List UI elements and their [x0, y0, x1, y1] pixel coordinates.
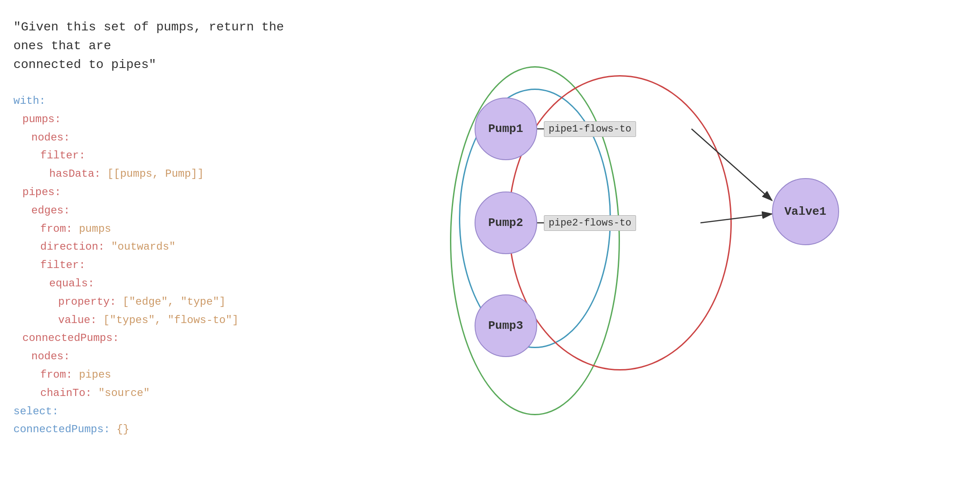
code-block: with: pumps: nodes: filter: hasData: [[p…	[13, 92, 309, 439]
code-line-hasdata: hasData: [[pumps, Pump]]	[49, 165, 309, 183]
key-pumps: pumps:	[22, 113, 61, 125]
key-equals: equals:	[49, 277, 94, 289]
pipe1-edge-label: pipe1-flows-to	[544, 121, 636, 137]
val-value: ["types", "flows-to"]	[103, 314, 238, 326]
key-edges: edges:	[31, 204, 70, 217]
key-direction: direction:	[40, 241, 111, 253]
key-filter2: filter:	[40, 259, 85, 271]
key-connectedpumps: connectedPumps:	[22, 332, 119, 344]
key-filter1: filter:	[40, 149, 85, 162]
val-property: ["edge", "type"]	[123, 296, 225, 308]
code-line-value: value: ["types", "flows-to"]	[58, 311, 309, 330]
val-direction: "outwards"	[111, 241, 175, 253]
val-result: {}	[116, 423, 129, 435]
code-line-property: property: ["edge", "type"]	[58, 293, 309, 311]
code-line-edges: edges:	[31, 202, 309, 220]
pump1-label: Pump1	[488, 122, 523, 136]
code-line-from2: from: pipes	[40, 366, 309, 384]
keyword-result: connectedPumps:	[13, 423, 116, 435]
val-hasdata: [[pumps, Pump]]	[107, 168, 204, 180]
pipe2-text: pipe2-flows-to	[549, 217, 632, 229]
pump1-node: Pump1	[475, 98, 537, 160]
code-line-filter2: filter:	[40, 256, 309, 275]
val-from2: pipes	[79, 369, 111, 381]
code-line-result: connectedPumps: {}	[13, 421, 309, 439]
quote-text: "Given this set of pumps, return the one…	[13, 18, 309, 74]
right-panel: Pump1 Pump2 Pump3 pipe1-flows-to pipe2-f…	[322, 0, 980, 481]
code-line-filter1: filter:	[40, 147, 309, 165]
val-from1: pumps	[79, 223, 111, 235]
code-line-nodes1: nodes:	[31, 129, 309, 147]
key-from2: from:	[40, 369, 79, 381]
code-line-chainto: chainTo: "source"	[40, 384, 309, 403]
key-value: value:	[58, 314, 103, 326]
valve1-label: Valve1	[785, 205, 827, 218]
pipe2-edge-label: pipe2-flows-to	[544, 215, 636, 231]
code-line-select: select:	[13, 403, 309, 421]
pump3-node: Pump3	[475, 294, 537, 357]
left-panel: "Given this set of pumps, return the one…	[0, 0, 322, 481]
key-hasdata: hasData:	[49, 168, 107, 180]
code-line-direction: direction: "outwards"	[40, 238, 309, 256]
keyword-with: with:	[13, 95, 46, 107]
code-line-pipes: pipes:	[22, 183, 309, 202]
key-pipes: pipes:	[22, 186, 61, 198]
code-line-from1: from: pumps	[40, 220, 309, 238]
code-line-pumps: pumps:	[22, 111, 309, 129]
pump3-label: Pump3	[488, 319, 523, 332]
keyword-select: select:	[13, 405, 59, 417]
key-chainto: chainTo:	[40, 387, 98, 399]
key-from1: from:	[40, 223, 79, 235]
code-line-with: with:	[13, 92, 309, 111]
code-line-equals: equals:	[49, 275, 309, 293]
valve1-node: Valve1	[772, 178, 839, 245]
pump2-label: Pump2	[488, 216, 523, 230]
code-line-connectedpumps: connectedPumps:	[22, 329, 309, 348]
pipe1-text: pipe1-flows-to	[549, 123, 632, 135]
diagram: Pump1 Pump2 Pump3 pipe1-flows-to pipe2-f…	[405, 39, 897, 442]
key-nodes2: nodes:	[31, 350, 70, 362]
code-line-nodes2: nodes:	[31, 348, 309, 366]
key-nodes1: nodes:	[31, 132, 70, 144]
pump2-node: Pump2	[475, 192, 537, 254]
val-chainto: "source"	[98, 387, 150, 399]
key-property: property:	[58, 296, 123, 308]
